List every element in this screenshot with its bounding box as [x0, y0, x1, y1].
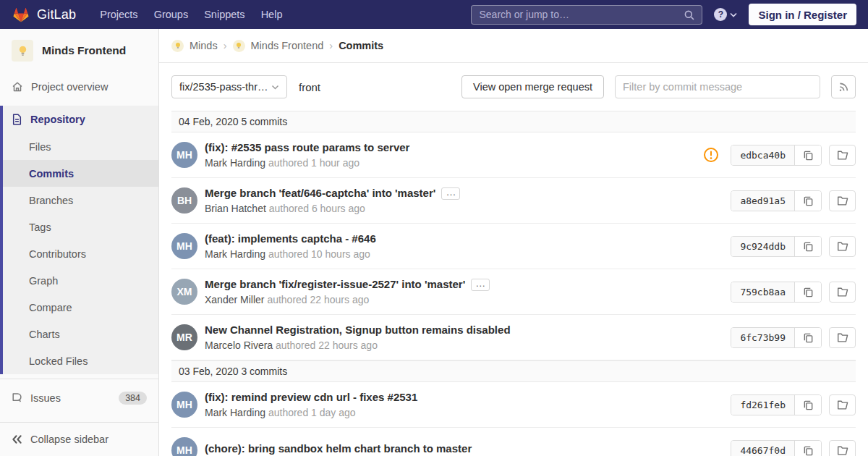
top-navbar: GitLab Projects Groups Snippets Help ? S…	[0, 0, 868, 29]
nav-link-projects[interactable]: Projects	[92, 0, 145, 29]
sidebar-item-commits[interactable]: Commits	[3, 160, 158, 187]
avatar-initials: XM	[177, 286, 192, 297]
sidebar-item-graph[interactable]: Graph	[3, 267, 158, 294]
commit-sha[interactable]: edbca40b	[731, 145, 794, 165]
sidebar-item-files[interactable]: Files	[3, 133, 158, 160]
copy-commit-sha-button[interactable]	[794, 395, 821, 415]
chevron-right-icon: ›	[224, 40, 227, 51]
chevron-down-icon	[730, 12, 737, 17]
breadcrumb-link-minds[interactable]: Minds	[190, 40, 218, 51]
search-input[interactable]	[472, 6, 702, 24]
ci-status-warning-icon[interactable]	[703, 147, 719, 163]
help-menu[interactable]: ?	[714, 8, 737, 21]
expand-commit-description-button[interactable]: …	[471, 279, 490, 291]
commit-sha-group: edbca40b	[731, 145, 822, 166]
commit-title-link[interactable]: (chore): bring sandbox helm chart branch…	[205, 442, 472, 455]
nav-link-help[interactable]: Help	[253, 0, 291, 29]
commit-author-link[interactable]: Marcelo Rivera	[205, 339, 273, 351]
chevron-right-icon: ›	[329, 40, 333, 51]
commit-title-link[interactable]: (feat): implements captcha - #646	[205, 232, 376, 245]
copy-commit-sha-button[interactable]	[794, 191, 821, 211]
commit-author-link[interactable]: Brian Hatchet	[205, 203, 266, 214]
sidebar-item-compare[interactable]: Compare	[3, 294, 158, 321]
project-avatar[interactable]	[12, 40, 33, 62]
copy-commit-sha-button[interactable]	[794, 441, 821, 456]
avatar-initials: MH	[176, 240, 192, 252]
commit-title-link[interactable]: Merge branch 'feat/646-captcha' into 'ma…	[205, 187, 435, 199]
copy-commit-sha-button[interactable]	[794, 145, 821, 165]
browse-files-button[interactable]	[829, 394, 856, 415]
browse-files-button[interactable]	[829, 440, 856, 456]
commit-author-link[interactable]: Mark Harding	[205, 407, 265, 418]
browse-files-button[interactable]	[829, 282, 856, 303]
avatar[interactable]: MR	[171, 324, 197, 350]
global-search	[471, 5, 702, 25]
lightbulb-icon	[17, 45, 29, 57]
commit-title-link[interactable]: Merge branch 'fix/register-issue-2527' i…	[205, 278, 465, 290]
sidebar-item-contributors[interactable]: Contributors	[3, 240, 158, 267]
avatar[interactable]: XM	[171, 279, 197, 305]
commit-sha[interactable]: 44667f0d	[731, 441, 794, 456]
avatar[interactable]: MH	[171, 437, 197, 456]
sidebar-item-branches[interactable]: Branches	[3, 187, 158, 214]
avatar[interactable]: BH	[171, 187, 197, 214]
view-open-merge-request-button[interactable]: View open merge request	[461, 75, 604, 98]
copy-commit-sha-button[interactable]	[794, 282, 821, 302]
copy-commit-sha-button[interactable]	[794, 328, 821, 347]
browse-files-button[interactable]	[829, 327, 856, 348]
browse-files-button[interactable]	[829, 190, 856, 211]
avatar-initials: MH	[176, 444, 192, 456]
folder-icon	[837, 195, 848, 206]
commit-title-link[interactable]: (fix): #2535 pass route params to server	[205, 141, 409, 153]
expand-commit-description-button[interactable]: …	[441, 187, 460, 200]
commit-author-link[interactable]: Mark Harding	[205, 157, 265, 169]
commit-sha[interactable]: 6fc73b99	[731, 328, 794, 347]
browse-files-button[interactable]	[829, 236, 856, 257]
copy-icon	[803, 195, 814, 206]
copy-commit-sha-button[interactable]	[794, 237, 821, 256]
commit-row: BH Merge branch 'feat/646-captcha' into …	[171, 178, 856, 224]
commit-text: Merge branch 'fix/register-issue-2527' i…	[205, 278, 723, 305]
commit-row: MH (chore): bring sandbox helm chart bra…	[171, 428, 856, 456]
sidebar-item-locked-files[interactable]: Locked Files	[3, 347, 158, 374]
sidebar-item-project-overview[interactable]: Project overview	[0, 73, 158, 100]
commit-authored-time: authored 1 hour ago	[268, 157, 359, 169]
nav-link-snippets[interactable]: Snippets	[196, 0, 252, 29]
collapse-sidebar-button[interactable]: Collapse sidebar	[0, 422, 158, 456]
commit-sha[interactable]: fd261feb	[731, 395, 794, 415]
browse-files-button[interactable]	[829, 145, 856, 166]
sign-in-register-button[interactable]: Sign in / Register	[749, 4, 856, 25]
commit-sha[interactable]: 759cb8aa	[731, 282, 794, 302]
sidebar-item-repository[interactable]: Repository	[3, 106, 158, 133]
commit-title-link[interactable]: New Channel Registration, Signup button …	[205, 324, 511, 336]
sidebar-item-issues[interactable]: Issues 384	[0, 379, 158, 416]
avatar[interactable]: MH	[171, 142, 197, 168]
commit-sha-group: a8ed91a5	[731, 190, 822, 211]
commit-actions: edbca40b	[703, 145, 856, 166]
filter-commits-input[interactable]	[615, 75, 820, 98]
gitlab-logo[interactable]: GitLab	[12, 6, 76, 24]
sidebar-item-tags[interactable]: Tags	[3, 214, 158, 240]
avatar[interactable]: MH	[171, 392, 197, 418]
commit-date-header: 03 Feb, 2020 3 commits	[171, 360, 856, 382]
commit-title-link[interactable]: (fix): remind preview cdn url - fixes #2…	[205, 391, 417, 403]
commit-author-link[interactable]: Xander Miller	[205, 294, 264, 305]
commits-feed-button[interactable]	[831, 75, 856, 98]
commit-text: Merge branch 'feat/646-captcha' into 'ma…	[205, 187, 723, 214]
commit-list: 04 Feb, 2020 5 commits MH (fix): #2535 p…	[171, 111, 856, 456]
commit-text: New Channel Registration, Signup button …	[205, 324, 723, 351]
sidebar-item-charts[interactable]: Charts	[3, 321, 158, 347]
branch-selector-label: fix/2535-pass-thr…	[179, 81, 268, 93]
commit-sha[interactable]: 9c924ddb	[731, 237, 794, 256]
sidebar-item-label: Issues	[30, 392, 61, 404]
folder-icon	[837, 287, 848, 297]
branch-selector-dropdown[interactable]: fix/2535-pass-thr…	[171, 75, 287, 98]
main-content: Minds › Minds Frontend › Commits fix/253…	[159, 29, 868, 456]
avatar[interactable]: MH	[171, 233, 197, 259]
commit-author-link[interactable]: Mark Harding	[205, 248, 265, 260]
commit-sha[interactable]: a8ed91a5	[731, 191, 794, 211]
nav-link-groups[interactable]: Groups	[146, 0, 197, 29]
commit-authored-time: authored 22 hours ago	[276, 339, 378, 351]
commit-actions: 6fc73b99	[731, 327, 856, 348]
breadcrumb-link-minds-frontend[interactable]: Minds Frontend	[251, 40, 324, 51]
